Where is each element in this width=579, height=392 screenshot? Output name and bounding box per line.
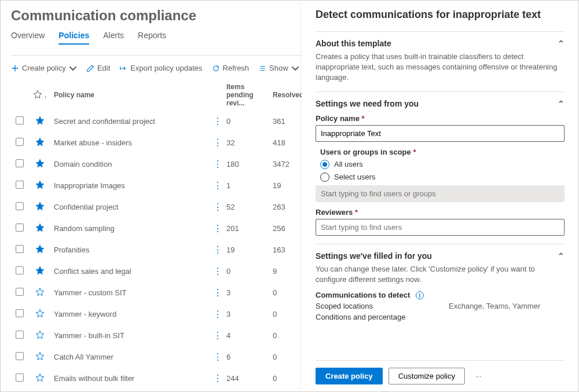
row-more-button[interactable]: ⋮ bbox=[213, 352, 222, 362]
chevron-up-icon: ⌃ bbox=[558, 251, 565, 261]
reviewers-input[interactable] bbox=[316, 219, 565, 236]
section-settings-header[interactable]: Settings we need from you ⌃ bbox=[316, 99, 565, 108]
users-radio-group: All users Select users bbox=[320, 160, 565, 182]
section-about-header[interactable]: About this template ⌃ bbox=[316, 39, 565, 48]
row-checkbox[interactable] bbox=[16, 331, 24, 339]
row-star[interactable] bbox=[28, 309, 52, 320]
resolved-cell: 263 bbox=[273, 203, 302, 211]
row-checkbox[interactable] bbox=[16, 224, 24, 232]
policy-name-input[interactable] bbox=[316, 125, 565, 142]
table-row[interactable]: Market abuse - insiders ⋮ 32 418 bbox=[11, 132, 302, 153]
row-checkbox[interactable] bbox=[16, 245, 24, 253]
section-about-desc: Creates a policy that uses built-in trai… bbox=[316, 52, 565, 83]
conditions-row: Conditions and percentage bbox=[316, 313, 565, 321]
row-star[interactable] bbox=[28, 266, 52, 277]
col-resolved-header[interactable]: Resolved bbox=[273, 91, 302, 99]
row-more-button[interactable]: ⋮ bbox=[213, 309, 222, 319]
row-checkbox[interactable] bbox=[16, 138, 24, 146]
chevron-up-icon: ⌃ bbox=[558, 99, 565, 108]
pending-cell: 32 bbox=[226, 138, 273, 147]
section-filled: Settings we've filled in for you ⌃ You c… bbox=[316, 244, 565, 332]
customize-policy-button[interactable]: Customize policy bbox=[389, 368, 465, 384]
create-policy-button[interactable]: Create policy bbox=[11, 64, 77, 72]
row-star[interactable] bbox=[28, 180, 52, 191]
row-star[interactable] bbox=[28, 116, 52, 127]
table-row[interactable]: Profanities ⋮ 19 163 bbox=[11, 239, 302, 261]
chevron-down-icon bbox=[291, 64, 299, 72]
table-row[interactable]: Domain condition ⋮ 180 3472 bbox=[11, 153, 302, 175]
table-row[interactable]: Emails without bulk filter ⋮ 244 0 bbox=[11, 368, 302, 389]
row-checkbox[interactable] bbox=[16, 181, 24, 189]
row-checkbox[interactable] bbox=[16, 159, 24, 167]
row-checkbox[interactable] bbox=[16, 309, 24, 317]
col-star-header[interactable]: ↑ bbox=[28, 90, 52, 101]
pending-cell: 19 bbox=[226, 246, 273, 254]
table-row[interactable]: Catch All Yammer ⋮ 6 0 bbox=[11, 346, 302, 368]
row-checkbox[interactable] bbox=[16, 202, 24, 210]
row-checkbox[interactable] bbox=[16, 266, 24, 274]
col-pending-header[interactable]: Items pending revi... bbox=[226, 83, 273, 107]
more-actions-button[interactable]: ··· bbox=[471, 369, 486, 383]
section-filled-desc: You can change these later. Click 'Custo… bbox=[316, 264, 565, 285]
policy-name-cell: Yammer - keyword bbox=[52, 310, 209, 318]
table-row[interactable]: Yammer - built-in SIT ⋮ 4 0 bbox=[11, 325, 302, 346]
row-more-button[interactable]: ⋮ bbox=[213, 331, 222, 340]
row-more-button[interactable]: ⋮ bbox=[213, 224, 222, 233]
row-more-button[interactable]: ⋮ bbox=[213, 138, 222, 148]
star-icon bbox=[35, 266, 45, 275]
row-more-button[interactable]: ⋮ bbox=[213, 116, 222, 126]
table-row[interactable]: Inappropriate Images ⋮ 1 19 bbox=[11, 175, 302, 196]
refresh-button[interactable]: Refresh bbox=[212, 64, 250, 72]
row-star[interactable] bbox=[28, 287, 52, 298]
star-icon bbox=[35, 116, 45, 125]
tab-policies[interactable]: Policies bbox=[58, 31, 89, 45]
table-row[interactable]: Yammer - custom SIT ⋮ 3 0 bbox=[11, 282, 302, 303]
tab-alerts[interactable]: Alerts bbox=[103, 31, 124, 45]
show-button[interactable]: Show bbox=[258, 64, 299, 72]
table-row[interactable]: Yammer - keyword ⋮ 3 0 bbox=[11, 303, 302, 325]
row-star[interactable] bbox=[28, 244, 52, 255]
pending-cell: 4 bbox=[226, 331, 273, 340]
radio-all-users[interactable]: All users bbox=[320, 160, 565, 169]
row-more-button[interactable]: ⋮ bbox=[213, 202, 222, 212]
edit-button[interactable]: Edit bbox=[86, 64, 110, 72]
table-row[interactable]: Random sampling ⋮ 201 256 bbox=[11, 218, 302, 239]
row-star[interactable] bbox=[28, 159, 52, 170]
tab-overview[interactable]: Overview bbox=[11, 31, 45, 45]
row-checkbox[interactable] bbox=[16, 373, 24, 382]
row-star[interactable] bbox=[28, 373, 52, 384]
row-more-button[interactable]: ⋮ bbox=[213, 373, 222, 383]
divider bbox=[11, 55, 302, 56]
row-checkbox[interactable] bbox=[16, 288, 24, 296]
row-star[interactable] bbox=[28, 223, 52, 234]
table-row[interactable]: Conflict sales and legal ⋮ 0 9 bbox=[11, 261, 302, 282]
info-icon[interactable]: i bbox=[416, 291, 424, 299]
star-icon bbox=[35, 287, 45, 296]
row-more-button[interactable]: ⋮ bbox=[213, 245, 222, 255]
conditions-label: Conditions and percentage bbox=[316, 313, 431, 321]
row-star[interactable] bbox=[28, 137, 52, 148]
section-filled-label: Settings we've filled in for you bbox=[316, 251, 432, 261]
row-checkbox[interactable] bbox=[16, 352, 24, 360]
row-more-button[interactable]: ⋮ bbox=[213, 266, 222, 276]
export-button[interactable]: Export policy updates bbox=[119, 64, 202, 72]
tab-reports[interactable]: Reports bbox=[138, 31, 166, 45]
row-star[interactable] bbox=[28, 330, 52, 341]
row-checkbox[interactable] bbox=[16, 116, 24, 124]
section-filled-header[interactable]: Settings we've filled in for you ⌃ bbox=[316, 251, 565, 261]
panel-footer: Create policy Customize policy ··· bbox=[316, 360, 565, 391]
row-more-button[interactable]: ⋮ bbox=[213, 181, 222, 190]
col-name-header[interactable]: Policy name bbox=[52, 91, 209, 99]
create-policy-button[interactable]: Create policy bbox=[316, 368, 383, 384]
row-star[interactable] bbox=[28, 351, 52, 362]
radio-select-users[interactable]: Select users bbox=[320, 173, 565, 182]
row-star[interactable] bbox=[28, 202, 52, 213]
table-row[interactable]: Confidential project ⋮ 52 263 bbox=[11, 196, 302, 218]
row-more-button[interactable]: ⋮ bbox=[213, 288, 222, 298]
resolved-cell: 19 bbox=[273, 181, 302, 190]
policy-table-body: Secret and confidential project ⋮ 0 361 … bbox=[11, 111, 302, 391]
scoped-locations-row: Scoped locations Exchange, Teams, Yammer bbox=[316, 302, 565, 310]
table-row[interactable]: Secret and confidential project ⋮ 0 361 bbox=[11, 111, 302, 132]
row-more-button[interactable]: ⋮ bbox=[213, 159, 222, 169]
radio-select-label: Select users bbox=[334, 173, 376, 181]
